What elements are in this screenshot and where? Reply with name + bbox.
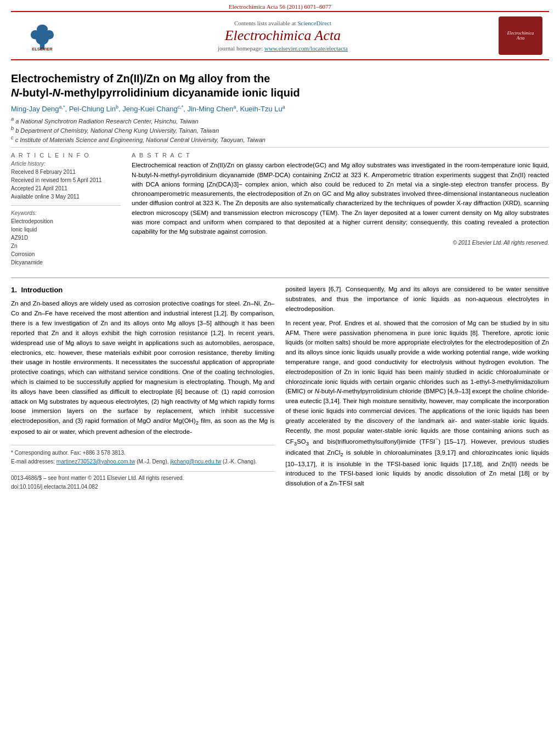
sciencedirect-link[interactable]: ScienceDirect: [297, 20, 331, 26]
affiliation-c: c c Institute of Materials Science and E…: [11, 135, 549, 143]
keyword-2: Ionic liquid: [11, 225, 121, 234]
keywords-section: Keywords: Electrodeposition Ionic liquid…: [11, 210, 121, 267]
article-info-header: A R T I C L E I N F O: [11, 152, 121, 159]
contents-available: Contents lists available at ScienceDirec…: [67, 20, 499, 26]
info-abstract-section: A R T I C L E I N F O Article history: R…: [11, 152, 549, 271]
article-info-column: A R T I C L E I N F O Article history: R…: [11, 152, 121, 271]
email-note: E-mail addresses: martinez730523@yahoo.c…: [11, 457, 275, 466]
body-right-text2: In recent year, Prof. Endres et al. show…: [286, 319, 550, 489]
keyword-6: Dicyanamide: [11, 258, 121, 267]
email2-link[interactable]: jkchang@ncu.edu.tw: [170, 459, 221, 465]
corresponding-note: * Corresponding author. Fax: +886 3 578 …: [11, 449, 275, 457]
keyword-4: Zn: [11, 242, 121, 250]
footer-bottom: 0013-4686/$ – see front matter © 2011 El…: [11, 471, 275, 491]
svg-text:ELSEVIER: ELSEVIER: [32, 47, 53, 51]
keyword-3: AZ91D: [11, 234, 121, 242]
keyword-5: Corrosion: [11, 250, 121, 258]
journal-logo-box: ElectrochimicaActa: [499, 16, 542, 55]
body-left-text1: Zn and Zn-based alloys are widely used a…: [11, 299, 275, 437]
abstract-text: Electrochemical reaction of Zn(II)/Zn on…: [132, 161, 549, 236]
email1-link[interactable]: martinez730523@yahoo.com.tw: [56, 459, 135, 465]
journal-center: Contents lists available at ScienceDirec…: [67, 20, 499, 52]
journal-reference: Electrochimica Acta 56 (2011) 6071–6077: [0, 0, 560, 11]
body-left-column: 1. Introduction Zn and Zn-based alloys a…: [11, 285, 275, 493]
received-date: Received 8 February 2011 Received in rev…: [11, 168, 121, 201]
authors: Ming-Jay Denga,*, Pei-Chiung Linb, Jeng-…: [11, 104, 549, 113]
body-divider: [11, 278, 549, 278]
body-right-column: posited layers [6,7]. Consequently, Mg a…: [286, 285, 550, 493]
keyword-1: Electrodeposition: [11, 217, 121, 225]
header-divider: [11, 147, 549, 148]
affiliation-b: b b Department of Chemistry, National Ch…: [11, 126, 549, 134]
elsevier-logo: ELSEVIER: [18, 21, 67, 51]
info-divider: [11, 205, 121, 206]
abstract-copyright: © 2011 Elsevier Ltd. All rights reserved…: [132, 240, 549, 246]
journal-title: Electrochimica Acta: [67, 27, 499, 44]
article-title: Electrochemistry of Zn(II)/Zn on Mg allo…: [11, 71, 549, 100]
abstract-column: A B S T R A C T Electrochemical reaction…: [132, 152, 549, 271]
journal-header: ELSEVIER Contents lists available at Sci…: [11, 11, 549, 60]
body-section: 1. Introduction Zn and Zn-based alloys a…: [11, 285, 549, 493]
affiliations: a a National Synchrotron Radiation Resea…: [11, 116, 549, 143]
main-content: Electrochemistry of Zn(II)/Zn on Mg allo…: [11, 60, 549, 499]
affiliation-a: a a National Synchrotron Radiation Resea…: [11, 116, 549, 125]
section1-title: 1. Introduction: [11, 285, 275, 296]
elsevier-tree-icon: ELSEVIER: [26, 21, 59, 51]
body-right-text1: posited layers [6,7]. Consequently, Mg a…: [286, 285, 550, 314]
journal-homepage: journal homepage: www.elsevier.com/locat…: [67, 45, 499, 52]
footer-notes: * Corresponding author. Fax: +886 3 578 …: [11, 445, 275, 466]
svg-point-4: [37, 24, 48, 33]
article-history: Article history: Received 8 February 201…: [11, 161, 121, 201]
homepage-link[interactable]: www.elsevier.com/locate/electacta: [264, 45, 348, 52]
abstract-header: A B S T R A C T: [132, 152, 549, 159]
